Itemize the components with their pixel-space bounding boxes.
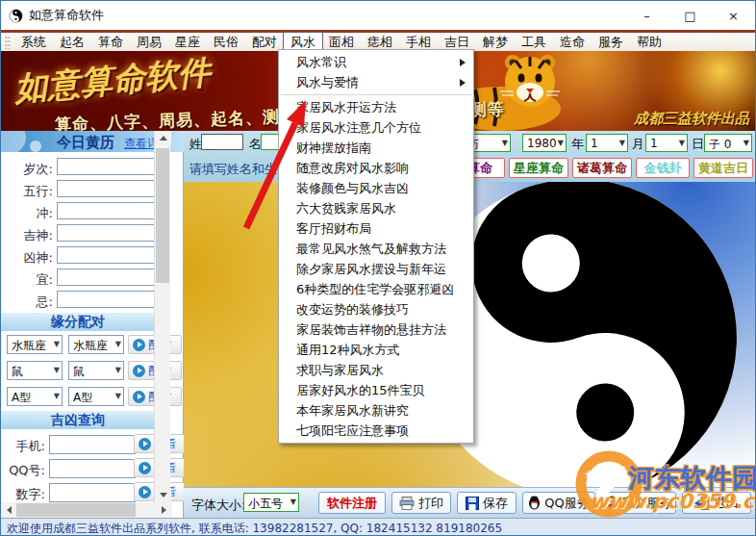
wuxing-input[interactable]	[57, 180, 155, 197]
menu-item-fuwu[interactable]: 服务	[592, 33, 630, 52]
menu-item-zhouyi[interactable]: 周易	[130, 33, 168, 52]
menu-item-gongju[interactable]: 工具	[515, 33, 553, 52]
zhuge-fortune-button[interactable]: 诸葛算命	[572, 158, 632, 178]
title-bar: 如意算命软件 – □ ×	[1, 1, 755, 30]
constellation-fortune-button[interactable]: 星座算命	[509, 158, 568, 178]
dropdown-item[interactable]: 居家好风水的15件宝贝	[279, 380, 473, 400]
almanac-row: 忌:	[1, 291, 155, 310]
match-section-header: 缘分配对	[1, 313, 155, 331]
close-button[interactable]: ×	[712, 1, 755, 30]
number-input[interactable]	[49, 483, 136, 502]
chevron-down-icon: ▼	[54, 392, 60, 400]
window-title: 如意算命软件	[29, 7, 104, 24]
scroll-down-icon[interactable]	[155, 488, 171, 502]
luck-section-header: 吉凶查询	[1, 411, 155, 429]
scroll-up-icon[interactable]	[155, 131, 171, 145]
sidebar-vertical-scrollbar[interactable]	[154, 131, 170, 502]
dropdown-item[interactable]: 最常见风水煞气及解救方法	[279, 239, 473, 259]
app-window: 如意算命软件 – □ × 系统 起名 算命 周易 星座 民俗 配对 风水 面相 …	[0, 0, 756, 536]
dropdown-item[interactable]: 本年家居风水新讲究	[279, 400, 473, 421]
dropdown-item[interactable]: 6种类型的住宅学会驱邪避凶	[279, 279, 473, 299]
phone-input[interactable]	[49, 435, 136, 454]
window-controls: – □ ×	[625, 1, 755, 30]
dropdown-item-fengshui-changshi[interactable]: 风水常识	[279, 52, 473, 72]
play-circle-icon	[133, 391, 145, 403]
register-button[interactable]: 软件注册	[318, 492, 386, 514]
bubble-decoration	[1, 131, 26, 152]
bloodtype-select-right[interactable]: A型▼	[68, 387, 124, 406]
save-button[interactable]: 保存	[457, 492, 517, 514]
xiongshen-input[interactable]	[57, 246, 155, 264]
zodiac-select-left[interactable]: 水瓶座▼	[7, 335, 63, 354]
year-select[interactable]: 1980▼	[522, 134, 567, 152]
qq-icon	[528, 496, 541, 510]
lucky-day-button[interactable]: 黄道吉日	[693, 158, 753, 178]
yi-input[interactable]	[57, 268, 155, 286]
banner-publisher: 成都三益软件出品	[634, 110, 749, 128]
qq-service-button[interactable]: QQ服务	[522, 492, 595, 514]
coin-gua-button[interactable]: 金钱卦	[636, 158, 690, 178]
hour-select[interactable]: 子 0▼	[704, 134, 752, 152]
field-label: 岁次:	[1, 161, 53, 178]
scroll-left-icon[interactable]	[1, 502, 17, 518]
exit-door-icon	[694, 497, 710, 510]
chevron-down-icon: ▼	[502, 139, 508, 147]
field-label: 凶神:	[1, 249, 53, 267]
field-label: 手机:	[1, 438, 45, 455]
customer-service-button[interactable]: 客户服务	[601, 492, 676, 514]
field-label: 冲:	[1, 205, 53, 222]
menu-item-system[interactable]: 系统	[14, 33, 53, 52]
status-bar: 欢迎使用成都三益软件出品系列软件, 联系电话: 13982281527, QQ:…	[1, 518, 755, 536]
dropdown-item[interactable]: 除夕家居风水摆设与新年运	[279, 259, 473, 279]
menu-item-bangzhu[interactable]: 帮助	[630, 33, 668, 52]
zodiac-select-right[interactable]: 水瓶座▼	[68, 335, 124, 354]
minimize-button[interactable]: –	[625, 1, 668, 30]
dropdown-item[interactable]: 七项阳宅应注意事项	[279, 421, 473, 441]
chevron-down-icon: ▼	[115, 392, 121, 400]
exit-button[interactable]: 退出	[682, 492, 751, 514]
chevron-down-icon: ▼	[115, 340, 121, 348]
ji-input[interactable]	[57, 291, 155, 308]
dropdown-item[interactable]: 通用12种风水方式	[279, 340, 473, 360]
almanac-row: 吉神:	[1, 224, 155, 243]
almanac-row: 岁次:	[1, 158, 155, 177]
qq-input[interactable]	[49, 459, 136, 478]
almanac-row: 五行:	[1, 180, 155, 199]
day-select[interactable]: 1▼	[645, 134, 688, 152]
almanac-title: 今日黄历	[57, 134, 114, 152]
field-label: 五行:	[1, 183, 53, 200]
status-text: 欢迎使用成都三益软件出品系列软件, 联系电话: 13982281527, QQ:…	[7, 522, 502, 535]
scroll-right-icon[interactable]	[156, 502, 172, 518]
scrollbar-thumb[interactable]	[16, 503, 136, 517]
sidebar-horizontal-scrollbar[interactable]	[1, 502, 172, 518]
shengxiao-select-right[interactable]: 鼠▼	[68, 361, 124, 380]
menu-item-zaoming[interactable]: 造命	[553, 33, 592, 52]
dropdown-item[interactable]: 家居装饰吉祥物的悬挂方法	[279, 319, 473, 340]
sidebar: 今日黄历 查看详情 岁次: 五行: 冲: 吉神: 凶神: 宜: 忌:	[1, 131, 184, 518]
menu-item-xingzuo[interactable]: 星座	[168, 33, 207, 52]
chong-input[interactable]	[57, 202, 155, 219]
menu-item-minsu[interactable]: 民俗	[207, 33, 245, 52]
shengxiao-select-left[interactable]: 鼠▼	[7, 361, 63, 380]
field-label: 忌:	[1, 294, 53, 311]
month-select[interactable]: 1▼	[586, 134, 628, 152]
menu-item-qiming[interactable]: 起名	[53, 33, 91, 52]
field-label: 宜:	[1, 271, 53, 289]
dropdown-item[interactable]: 改变运势的装修技巧	[279, 299, 473, 319]
dropdown-item[interactable]: 求职与家居风水	[279, 360, 473, 380]
almanac-row: 宜:	[1, 268, 155, 288]
maximize-button[interactable]: □	[668, 1, 712, 30]
font-size-select[interactable]: 小五号▼	[243, 493, 299, 512]
menu-item-jiemeng[interactable]: 解梦	[476, 33, 515, 52]
scrollbar-thumb[interactable]	[156, 148, 169, 283]
play-circle-icon	[139, 438, 151, 450]
print-button[interactable]: 打印	[391, 492, 451, 514]
field-label: 吉神:	[1, 227, 53, 244]
field-label: 数字:	[1, 486, 45, 503]
bloodtype-select-left[interactable]: A型▼	[7, 387, 63, 406]
chevron-down-icon: ▼	[679, 139, 685, 147]
suici-input[interactable]	[57, 158, 155, 175]
almanac-row: 冲:	[1, 202, 155, 221]
menu-item-suanming[interactable]: 算命	[91, 33, 130, 52]
jishen-input[interactable]	[57, 224, 155, 242]
